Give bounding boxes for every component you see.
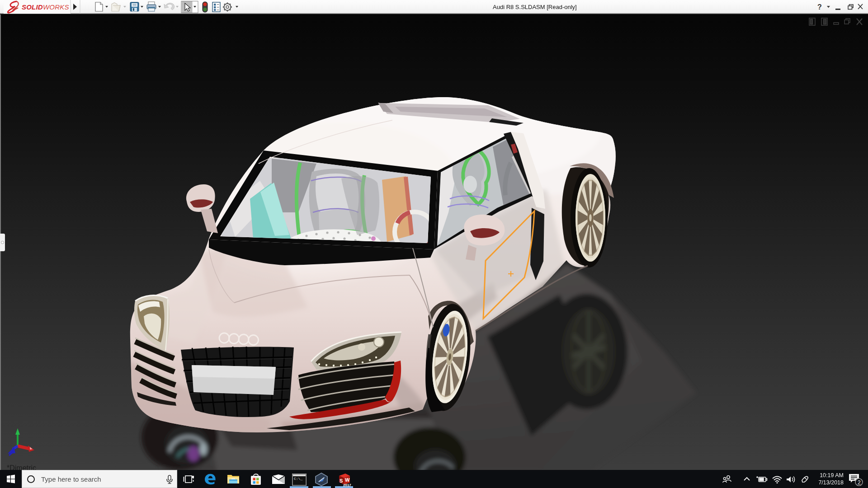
- svg-text:W: W: [345, 477, 350, 483]
- svg-text:2: 2: [858, 479, 861, 486]
- svg-text:C:\_: C:\_: [294, 477, 302, 481]
- svg-text:?: ?: [817, 3, 822, 11]
- svg-text:WORKS: WORKS: [43, 3, 69, 11]
- svg-text:S: S: [340, 478, 343, 483]
- svg-text:SOLID: SOLID: [22, 3, 43, 11]
